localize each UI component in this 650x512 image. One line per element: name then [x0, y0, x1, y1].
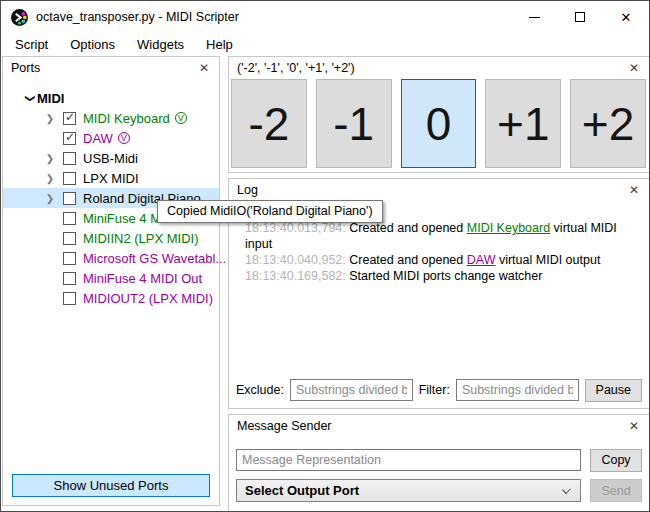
maximize-button[interactable] [557, 1, 603, 33]
minimize-button[interactable] [511, 1, 557, 33]
port-label: MIDI Keyboard [83, 111, 170, 126]
ports-tree: MIDI MIDI Keyboard V DAW V USB-Midi V [3, 79, 219, 308]
chevron-down-icon[interactable] [23, 93, 37, 104]
port-checkbox[interactable] [63, 112, 76, 125]
transpose-panel-title: ('-2', '-1', '0', '+1', '+2') [237, 61, 355, 75]
port-label: MIDIIN2 (LPX MIDI) [83, 231, 199, 246]
message-representation-input[interactable] [236, 449, 581, 471]
port-checkbox[interactable] [63, 152, 76, 165]
log-close-icon[interactable]: ✕ [626, 182, 642, 198]
port-item-midiout2[interactable]: MIDIOUT2 (LPX MIDI) V [3, 288, 219, 308]
log-entry: 18:13:40.169,582: Started MIDI ports cha… [245, 268, 641, 284]
close-icon: ✕ [621, 11, 632, 24]
tooltip-text: Copied MidiIO('Roland Digital Piano') [167, 204, 373, 218]
pause-button[interactable]: Pause [585, 379, 642, 402]
copy-button[interactable]: Copy [590, 449, 642, 472]
port-label: MIDIOUT2 (LPX MIDI) [83, 291, 213, 306]
ports-panel-header: Ports ✕ [3, 57, 219, 79]
port-item-midi-keyboard[interactable]: MIDI Keyboard V [3, 108, 219, 128]
port-label: Microsoft GS Wavetabl... [83, 251, 226, 266]
tooltip: Copied MidiIO('Roland Digital Piano') [157, 200, 383, 223]
port-checkbox[interactable] [63, 292, 76, 305]
transpose-button-minus2[interactable]: -2 [231, 79, 307, 168]
port-item-daw[interactable]: DAW V [3, 128, 219, 148]
ports-close-icon[interactable]: ✕ [196, 60, 212, 76]
transpose-button-0[interactable]: 0 [401, 79, 477, 168]
port-item-midiin2[interactable]: MIDIIN2 (LPX MIDI) V [3, 228, 219, 248]
log-text: virtual MIDI output [495, 253, 600, 267]
transpose-close-icon[interactable]: ✕ [626, 60, 642, 76]
show-unused-ports-button[interactable]: Show Unused Ports [12, 474, 210, 497]
port-checkbox[interactable] [63, 212, 76, 225]
port-item-minifuse-4-midi-out[interactable]: MiniFuse 4 MIDI Out V [3, 268, 219, 288]
log-filter-row: Exclude: Filter: Pause [236, 378, 642, 402]
message-sender-header: Message Sender ✕ [229, 415, 649, 437]
maximize-icon [575, 12, 585, 22]
filter-label: Filter: [419, 383, 450, 397]
message-sender-title: Message Sender [237, 419, 332, 433]
port-item-microsoft-gs[interactable]: Microsoft GS Wavetabl... V [3, 248, 219, 268]
log-panel-header: Log ✕ [229, 179, 649, 201]
transpose-panel-header: ('-2', '-1', '0', '+1', '+2') ✕ [229, 57, 649, 79]
chevron-right-icon[interactable] [43, 173, 57, 184]
chevron-right-icon[interactable] [43, 153, 57, 164]
menu-widgets[interactable]: Widgets [126, 34, 195, 55]
log-port-link[interactable]: MIDI Keyboard [467, 221, 550, 235]
window-controls: ✕ [511, 1, 649, 33]
log-output[interactable]: 18:13:40.013,794: Created and opened MID… [229, 201, 649, 372]
port-label: USB-Midi [83, 151, 138, 166]
menu-script[interactable]: Script [4, 34, 59, 55]
log-panel-title: Log [237, 183, 258, 197]
minimize-icon [529, 17, 540, 18]
ports-panel-title: Ports [11, 61, 40, 75]
log-entry: 18:13:40.013,794: Created and opened MID… [245, 220, 641, 252]
log-entry: 18:13:40.040,952: Created and opened DAW… [245, 252, 641, 268]
message-sender-panel: Message Sender ✕ Copy Select Output Port… [228, 414, 650, 512]
menu-bar: Script Options Widgets Help [2, 33, 648, 56]
ports-panel: Ports ✕ MIDI MIDI Keyboard V DAW V [2, 56, 220, 506]
output-port-value: Select Output Port [245, 483, 359, 498]
port-label: LPX MIDI [83, 171, 139, 186]
port-checkbox[interactable] [63, 252, 76, 265]
virtual-port-icon: V [175, 112, 187, 124]
exclude-label: Exclude: [236, 383, 284, 397]
port-label: MiniFuse 4 MIDI Out [83, 271, 202, 286]
port-item-usb-midi[interactable]: USB-Midi V [3, 148, 219, 168]
chevron-right-icon[interactable] [43, 113, 57, 124]
filter-input[interactable] [456, 379, 579, 401]
tree-root-midi[interactable]: MIDI [3, 88, 219, 108]
log-timestamp: 18:13:40.040,952: [245, 253, 346, 267]
log-timestamp: 18:13:40.013,794: [245, 221, 346, 235]
port-checkbox[interactable] [63, 172, 76, 185]
chevron-right-icon[interactable] [43, 193, 57, 204]
virtual-port-icon: V [118, 132, 130, 144]
transpose-buttons: -2 -1 0 +1 +2 [231, 79, 646, 168]
transpose-panel: ('-2', '-1', '0', '+1', '+2') ✕ -2 -1 0 … [228, 56, 650, 173]
port-checkbox[interactable] [63, 132, 76, 145]
transpose-button-plus1[interactable]: +1 [485, 79, 561, 168]
port-checkbox[interactable] [63, 232, 76, 245]
message-row: Copy [236, 448, 642, 472]
transpose-button-plus2[interactable]: +2 [570, 79, 646, 168]
output-port-select[interactable]: Select Output Port [236, 479, 581, 502]
port-select-row: Select Output Port Send [236, 479, 642, 502]
title-bar: octave_transposer.py - MIDI Scripter ✕ [1, 1, 649, 33]
port-checkbox[interactable] [63, 272, 76, 285]
log-port-link[interactable]: DAW [467, 253, 496, 267]
menu-options[interactable]: Options [59, 34, 126, 55]
send-button[interactable]: Send [590, 479, 642, 502]
log-timestamp: 18:13:40.169,582: [245, 269, 346, 283]
app-icon [11, 9, 28, 26]
window-title: octave_transposer.py - MIDI Scripter [36, 10, 239, 24]
port-item-lpx-midi[interactable]: LPX MIDI V [3, 168, 219, 188]
port-checkbox[interactable] [63, 192, 76, 205]
menu-help[interactable]: Help [195, 34, 244, 55]
message-sender-close-icon[interactable]: ✕ [626, 418, 642, 434]
log-text: Created and opened [349, 221, 466, 235]
exclude-input[interactable] [290, 379, 413, 401]
transpose-button-minus1[interactable]: -1 [316, 79, 392, 168]
port-label: DAW [83, 131, 113, 146]
log-text: Created and opened [349, 253, 466, 267]
chevron-down-icon [562, 485, 571, 494]
close-button[interactable]: ✕ [603, 1, 649, 33]
